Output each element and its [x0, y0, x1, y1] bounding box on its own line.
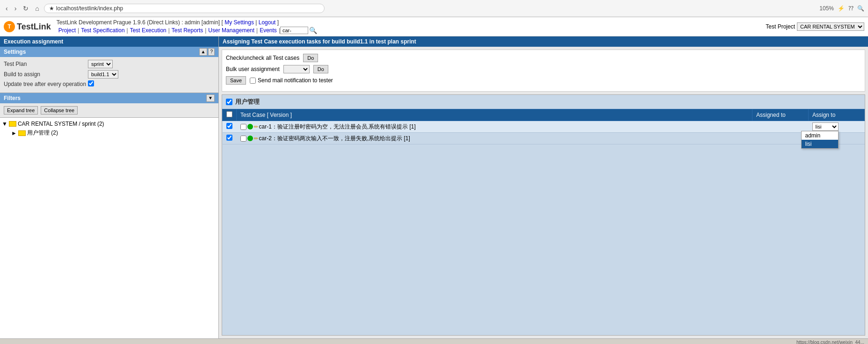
tc-checkbox-1[interactable]	[226, 135, 232, 141]
test-project-label: Test Project	[766, 23, 795, 30]
nav-project[interactable]: Project	[57, 27, 78, 34]
dropdown-item-lisi[interactable]: lisi	[802, 140, 838, 148]
status-icon	[247, 124, 253, 129]
bulk-user-label: Bulk user assignment	[226, 66, 280, 72]
tc-inner-checkbox-0[interactable]	[240, 124, 246, 130]
update-tree-label: Update tree after every operation	[4, 81, 88, 87]
tree-child-expand-icon: ►	[11, 130, 17, 136]
tc-area: 用户管理 Test Case [ Version ] Assigned to A…	[222, 94, 865, 336]
pencil-icon[interactable]: ✏	[254, 136, 258, 142]
filters-label: Filters	[4, 95, 21, 101]
status-bar: https://blog.csdn.net/weixin_44...	[0, 338, 868, 344]
bulk-user-row: Bulk user assignment admin lisi Do	[226, 65, 861, 73]
mail-text: Send mail notification to tester	[258, 77, 333, 84]
nav-events[interactable]: Events	[258, 27, 279, 34]
zoom-level: 105%	[819, 5, 834, 12]
mail-label: Send mail notification to tester	[250, 77, 333, 84]
folder-icon	[9, 121, 16, 127]
settings-label: Settings	[4, 49, 26, 55]
left-panel: Execution assignment Settings ▲ ? Test P…	[0, 36, 219, 338]
test-plan-select[interactable]: sprint	[88, 60, 113, 68]
status-icon	[247, 136, 253, 141]
tc-checkbox-0[interactable]	[226, 123, 232, 129]
check-uncheck-label: Check/uncheck all Test cases	[226, 55, 299, 61]
settings-row-testplan: Test Plan sprint	[4, 60, 215, 68]
th-assigned-to: Assigned to	[752, 109, 809, 121]
build-to-assign-select[interactable]: build1.1	[88, 70, 118, 79]
tree-child-label: 用户管理 (2)	[27, 129, 58, 137]
url-text: localhost/testlink/index.php	[56, 5, 123, 12]
search-icon[interactable]: 🔍	[857, 5, 864, 12]
build-to-assign-control: build1.1	[88, 70, 118, 79]
logo-icon: T	[4, 21, 15, 32]
section-checkbox[interactable]	[226, 99, 232, 105]
nav-test-execution[interactable]: Test Execution	[128, 27, 168, 34]
assigned-to-cell	[752, 121, 809, 133]
grid-icon: ⁇	[848, 5, 854, 12]
header-title: TestLink Development Prague 1.9.6 (Direc…	[57, 19, 760, 26]
forward-button[interactable]: ›	[13, 4, 19, 13]
nav-user-management[interactable]: User Management	[206, 27, 256, 34]
tree-expand-icon: ▼	[2, 121, 7, 127]
right-panel-header: Assigning Test Case execution tasks for …	[219, 36, 868, 47]
dropdown-overlay: adminlisi	[801, 131, 839, 149]
update-tree-checkbox[interactable]	[88, 80, 94, 86]
project-select[interactable]: CAR RENTAL SYSTEM	[797, 22, 864, 31]
reload-button[interactable]: ↻	[21, 4, 30, 13]
test-plan-control: sprint	[88, 60, 113, 68]
settings-content: Test Plan sprint Build to assign build1.…	[0, 57, 218, 93]
collapse-tree-btn[interactable]: Collapse tree	[41, 106, 78, 115]
assignment-area: Check/uncheck all Test cases Do Bulk use…	[222, 50, 865, 92]
dropdown-item-admin[interactable]: admin	[802, 131, 838, 140]
back-button[interactable]: ‹	[4, 4, 10, 13]
left-panel-header: Execution assignment	[0, 36, 218, 47]
main-layout: Execution assignment Settings ▲ ? Test P…	[0, 36, 868, 338]
home-button[interactable]: ⌂	[33, 4, 41, 13]
tc-name: car-1：验证注册时密码为空，无法注册会员,系统有错误提示 [1]	[259, 123, 416, 131]
expand-tree-btn[interactable]: Expand tree	[4, 106, 38, 115]
settings-help-btn[interactable]: ?	[208, 48, 215, 56]
tc-section-header: 用户管理	[222, 95, 865, 109]
mail-checkbox[interactable]	[250, 78, 256, 84]
filters-section: Filters ▼ Expand tree Collapse tree	[0, 93, 218, 117]
search-button[interactable]: 🔍	[309, 27, 317, 34]
tc-inner-checkbox-1[interactable]	[240, 136, 246, 142]
url-bar: ★ localhost/testlink/index.php	[44, 4, 325, 13]
nav-test-reports[interactable]: Test Reports	[170, 27, 205, 34]
logout-link[interactable]: Logout	[259, 19, 276, 26]
bulk-do-btn[interactable]: Do	[313, 65, 328, 73]
tree-root-item[interactable]: ▼ CAR RENTAL SYSTEM / sprint (2)	[2, 120, 217, 128]
section-label: 用户管理	[235, 98, 260, 106]
assign-select-container: adminlisiadminlisi	[812, 122, 839, 131]
check-uncheck-row: Check/uncheck all Test cases Do	[226, 54, 861, 62]
th-checkbox	[223, 109, 237, 121]
filters-collapse-btn[interactable]: ▼	[206, 94, 215, 102]
assign-to-select-0[interactable]: adminlisi	[812, 122, 839, 131]
pencil-icon[interactable]: ✏	[254, 124, 258, 130]
search-input[interactable]	[280, 27, 308, 34]
search-box: 🔍	[280, 27, 317, 34]
th-checkbox-input[interactable]	[226, 111, 232, 117]
settings-header-btns: ▲ ?	[199, 48, 215, 56]
bulk-user-select[interactable]: admin lisi	[283, 65, 310, 73]
check-uncheck-do-btn[interactable]: Do	[303, 54, 318, 62]
settings-collapse-btn[interactable]: ▲	[199, 48, 208, 56]
nav-test-specification[interactable]: Test Specification	[79, 27, 126, 34]
filters-header: Filters ▼	[0, 93, 218, 103]
browser-chrome: ‹ › ↻ ⌂ ★ localhost/testlink/index.php 1…	[0, 0, 868, 17]
settings-row-build: Build to assign build1.1	[4, 70, 215, 79]
logo: T TestLink	[4, 21, 51, 32]
header-info: TestLink Development Prague 1.9.6 (Direc…	[57, 19, 760, 34]
my-settings-link[interactable]: My Settings	[224, 19, 254, 26]
project-selector: Test Project CAR RENTAL SYSTEM	[766, 22, 864, 31]
save-button[interactable]: Save	[226, 76, 246, 85]
update-tree-control	[88, 80, 94, 88]
tree-child-item[interactable]: ► 用户管理 (2)	[2, 128, 217, 138]
settings-row-update-tree: Update tree after every operation	[4, 80, 215, 88]
table-row: ✏car-1：验证注册时密码为空，无法注册会员,系统有错误提示 [1]admin…	[223, 121, 865, 133]
lightning-icon: ⚡	[838, 5, 845, 12]
right-panel: Assigning Test Case execution tasks for …	[219, 36, 868, 338]
star-icon: ★	[49, 5, 54, 12]
status-url: https://blog.csdn.net/weixin_44...	[796, 340, 864, 344]
nav-links: Project | Test Specification | Test Exec…	[57, 27, 760, 34]
